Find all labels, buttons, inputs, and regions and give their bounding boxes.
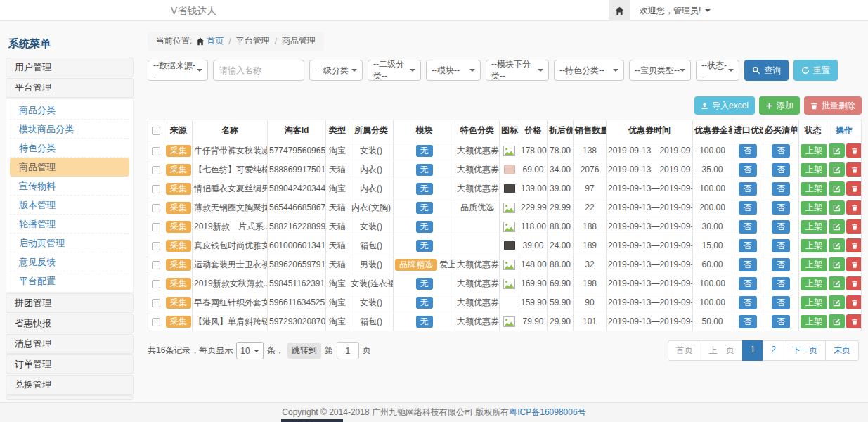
search-button[interactable]: 查询 bbox=[744, 60, 789, 81]
import-excel-button[interactable]: 导入excel bbox=[694, 96, 755, 115]
must-buy-toggle[interactable]: 否 bbox=[772, 201, 790, 215]
status-toggle[interactable]: 上架 bbox=[801, 315, 827, 328]
sidebar-item-意见反馈[interactable]: 意见反馈 bbox=[10, 252, 129, 271]
import-select-toggle[interactable]: 否 bbox=[739, 315, 757, 328]
pager-button-1[interactable]: 1 bbox=[742, 340, 764, 361]
reset-button[interactable]: 重置 bbox=[793, 60, 838, 81]
name-search-input[interactable] bbox=[213, 60, 304, 81]
row-checkbox[interactable] bbox=[152, 318, 160, 326]
import-select-toggle[interactable]: 否 bbox=[739, 296, 757, 309]
edit-button[interactable] bbox=[829, 276, 845, 290]
import-select-toggle[interactable]: 否 bbox=[739, 258, 757, 271]
sidebar-item-轮播管理[interactable]: 轮播管理 bbox=[10, 215, 129, 234]
user-menu[interactable]: 欢迎您，管理员! bbox=[640, 5, 711, 17]
row-checkbox[interactable] bbox=[152, 242, 160, 250]
status-toggle[interactable]: 上架 bbox=[801, 258, 827, 271]
delete-button[interactable] bbox=[846, 276, 862, 290]
status-toggle[interactable]: 上架 bbox=[801, 201, 827, 215]
select-all-checkbox[interactable] bbox=[152, 127, 160, 135]
row-checkbox[interactable] bbox=[152, 223, 160, 231]
sidebar-item-宣传物料[interactable]: 宣传物料 bbox=[10, 177, 129, 196]
batch-delete-button[interactable]: 批量删除 bbox=[804, 96, 862, 115]
delete-button[interactable] bbox=[846, 200, 862, 215]
edit-button[interactable] bbox=[829, 219, 845, 234]
pager-button-下一页[interactable]: 下一页 bbox=[784, 340, 826, 361]
pager-button-末页[interactable]: 末页 bbox=[825, 340, 859, 361]
delete-button[interactable] bbox=[846, 143, 862, 158]
status-toggle[interactable]: 上架 bbox=[801, 277, 827, 290]
import-select-toggle[interactable]: 否 bbox=[739, 144, 757, 158]
filter-select-5[interactable]: --模块下分类-- bbox=[486, 60, 549, 81]
row-checkbox[interactable] bbox=[152, 204, 160, 212]
delete-button[interactable] bbox=[846, 219, 862, 234]
row-checkbox[interactable] bbox=[152, 166, 160, 174]
sidebar-group-订单管理[interactable]: 订单管理 bbox=[6, 354, 134, 374]
edit-button[interactable] bbox=[829, 143, 845, 158]
delete-button[interactable] bbox=[846, 162, 862, 177]
delete-button[interactable] bbox=[846, 238, 862, 252]
must-buy-toggle[interactable]: 否 bbox=[772, 315, 790, 328]
sidebar-item-特色分类[interactable]: 特色分类 bbox=[10, 139, 129, 158]
sidebar-item-版本管理[interactable]: 版本管理 bbox=[10, 196, 129, 215]
sidebar-group-省惠快报[interactable]: 省惠快报 bbox=[6, 314, 134, 333]
must-buy-toggle[interactable]: 否 bbox=[772, 220, 790, 234]
filter-select-6[interactable]: --特色分类-- bbox=[554, 60, 624, 81]
sidebar-item-商品分类[interactable]: 商品分类 bbox=[10, 101, 129, 120]
import-select-toggle[interactable]: 否 bbox=[739, 201, 757, 215]
edit-button[interactable] bbox=[829, 181, 845, 196]
delete-button[interactable] bbox=[846, 295, 862, 309]
import-select-toggle[interactable]: 否 bbox=[739, 239, 757, 252]
filter-select-2[interactable]: 一级分类 bbox=[309, 60, 363, 81]
row-checkbox[interactable] bbox=[152, 147, 160, 155]
must-buy-toggle[interactable]: 否 bbox=[772, 258, 790, 271]
must-buy-toggle[interactable]: 否 bbox=[772, 163, 790, 177]
filter-select-7[interactable]: --宝贝类型-- bbox=[629, 60, 691, 81]
sidebar-item-商品管理[interactable]: 商品管理 bbox=[10, 158, 129, 177]
sidebar-item-模块商品分类[interactable]: 模块商品分类 bbox=[10, 120, 129, 139]
edit-button[interactable] bbox=[829, 257, 845, 271]
page-size-select[interactable]: 10 bbox=[236, 342, 263, 359]
pager-button-上一页[interactable]: 上一页 bbox=[701, 340, 743, 361]
status-toggle[interactable]: 上架 bbox=[801, 144, 827, 158]
sidebar-group-clipped[interactable] bbox=[6, 395, 134, 400]
edit-button[interactable] bbox=[829, 295, 845, 309]
delete-button[interactable] bbox=[846, 181, 862, 196]
sidebar-group-拼团管理[interactable]: 拼团管理 bbox=[6, 293, 134, 313]
row-checkbox[interactable] bbox=[152, 280, 160, 288]
sidebar-group-平台管理[interactable]: 平台管理 bbox=[6, 78, 134, 98]
row-checkbox[interactable] bbox=[152, 261, 160, 269]
edit-button[interactable] bbox=[829, 238, 845, 252]
sidebar-group-消息管理[interactable]: 消息管理 bbox=[6, 334, 134, 354]
pager-button-2[interactable]: 2 bbox=[763, 340, 784, 361]
jump-button[interactable]: 跳转到 bbox=[287, 343, 321, 359]
edit-button[interactable] bbox=[829, 314, 845, 328]
filter-select-0[interactable]: --数据来源-- bbox=[148, 60, 208, 81]
filter-select-8[interactable]: --状态-- bbox=[696, 60, 739, 81]
sidebar-item-平台配置[interactable]: 平台配置 bbox=[10, 271, 129, 290]
status-toggle[interactable]: 上架 bbox=[801, 163, 827, 177]
must-buy-toggle[interactable]: 否 bbox=[772, 239, 790, 252]
import-select-toggle[interactable]: 否 bbox=[739, 277, 757, 290]
import-select-toggle[interactable]: 否 bbox=[739, 163, 757, 177]
status-toggle[interactable]: 上架 bbox=[801, 220, 827, 234]
sidebar-group-兑换管理[interactable]: 兑换管理 bbox=[6, 375, 134, 395]
must-buy-toggle[interactable]: 否 bbox=[772, 144, 790, 158]
home-button[interactable] bbox=[609, 0, 630, 21]
must-buy-toggle[interactable]: 否 bbox=[772, 182, 790, 196]
delete-button[interactable] bbox=[846, 257, 862, 271]
import-select-toggle[interactable]: 否 bbox=[739, 182, 757, 196]
filter-select-3[interactable]: --二级分类-- bbox=[368, 60, 421, 81]
sidebar-item-启动页管理[interactable]: 启动页管理 bbox=[10, 234, 129, 252]
edit-button[interactable] bbox=[829, 200, 845, 215]
pager-button-首页[interactable]: 首页 bbox=[668, 340, 701, 361]
edit-button[interactable] bbox=[829, 162, 845, 177]
row-checkbox[interactable] bbox=[152, 185, 160, 193]
sidebar-group-用户管理[interactable]: 用户管理 bbox=[6, 58, 134, 77]
must-buy-toggle[interactable]: 否 bbox=[772, 277, 790, 290]
status-toggle[interactable]: 上架 bbox=[801, 239, 827, 252]
delete-button[interactable] bbox=[846, 314, 862, 328]
must-buy-toggle[interactable]: 否 bbox=[772, 296, 790, 309]
add-button[interactable]: 添加 bbox=[759, 96, 800, 115]
import-select-toggle[interactable]: 否 bbox=[739, 220, 757, 234]
breadcrumb-home-link[interactable]: 首页 bbox=[207, 35, 224, 47]
